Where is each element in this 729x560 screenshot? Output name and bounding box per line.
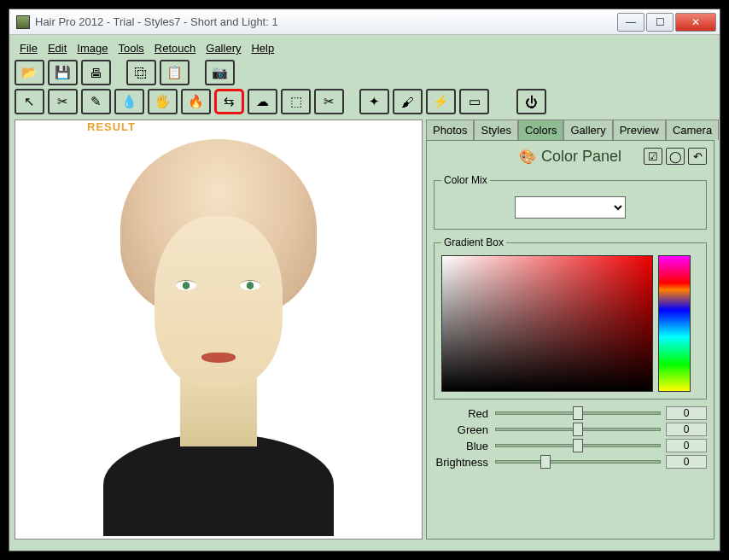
side-panel: Photos Styles Colors Gallery Preview Cam…	[426, 120, 714, 540]
red-value: 0	[666, 406, 707, 420]
menubar: File Edit Image Tools Retouch Gallery He…	[15, 38, 714, 58]
blue-value: 0	[666, 439, 707, 452]
smudge-tool[interactable]: 🖐	[148, 89, 178, 114]
power-icon: ⏻	[525, 95, 538, 109]
smudge-icon: 🖐	[155, 94, 171, 109]
blue-label: Blue	[434, 440, 495, 452]
menu-file[interactable]: File	[20, 42, 38, 55]
scissors-tool[interactable]: ✂	[48, 89, 78, 114]
wand-tool[interactable]: ✦	[359, 89, 389, 114]
undo-color-button[interactable]: ↶	[688, 148, 707, 165]
color-panel: 🎨 Color Panel ☑ ◯ ↶ Color Mix	[426, 140, 714, 540]
gradient-box-group: Gradient Box	[434, 236, 707, 400]
tab-styles[interactable]: Styles	[474, 120, 517, 140]
paste-icon: 📋	[166, 65, 183, 80]
red-slider[interactable]	[495, 411, 661, 415]
sliders-icon: ⇆	[224, 94, 235, 109]
eyedropper-tool[interactable]: ✎	[81, 89, 111, 114]
brush-icon: 🖌	[401, 95, 414, 109]
lasso-tool[interactable]: ☁	[248, 89, 277, 114]
close-button[interactable]: ✕	[675, 13, 716, 32]
camera-icon: 📷	[212, 65, 228, 80]
toolbar-tools: ↖ ✂ ✎ 💧 🖐 🔥 ⇆ ☁ ⬚ ✂ ✦ 🖌 ⚡ ▭ ⏻	[15, 87, 714, 116]
camera-button[interactable]: 📷	[205, 60, 235, 85]
cursor-icon: ↖	[24, 94, 35, 109]
menu-retouch[interactable]: Retouch	[155, 42, 195, 55]
blue-slider[interactable]	[495, 444, 661, 447]
marquee-tool[interactable]: ⬚	[281, 89, 311, 114]
brightness-label: Brightness	[434, 456, 495, 469]
tab-gallery[interactable]: Gallery	[563, 120, 612, 140]
brush-tool[interactable]: 🖌	[393, 89, 423, 114]
menu-gallery[interactable]: Gallery	[206, 42, 241, 55]
palette-icon: 🎨	[519, 149, 536, 165]
window-title: Hair Pro 2012 - Trial - Styles7 - Short …	[35, 15, 617, 28]
wand-icon: ✦	[369, 94, 380, 109]
minimize-button[interactable]: —	[617, 13, 644, 32]
red-label: Red	[434, 407, 495, 420]
flame-icon: 🔥	[188, 94, 204, 109]
pointer-tool[interactable]: ↖	[15, 89, 44, 114]
color-mix-label: Color Mix	[441, 174, 490, 186]
tab-colors[interactable]: Colors	[518, 120, 564, 140]
maximize-button[interactable]: ☐	[646, 13, 674, 32]
save-icon: 💾	[55, 65, 71, 80]
hue-slider[interactable]	[658, 255, 691, 392]
folder-open-icon: 📂	[21, 65, 38, 80]
app-window: Hair Pro 2012 - Trial - Styles7 - Short …	[9, 9, 720, 551]
paste-button[interactable]: 📋	[160, 60, 190, 85]
gradient-box-label: Gradient Box	[441, 236, 506, 248]
menu-image[interactable]: Image	[77, 42, 108, 55]
tab-photos[interactable]: Photos	[426, 120, 474, 140]
color-sliders: Red 0 Green 0 Blue 0	[434, 406, 707, 469]
menu-tools[interactable]: Tools	[119, 42, 144, 55]
crop-tool[interactable]: ✂	[314, 89, 344, 114]
flash-tool[interactable]: ⚡	[426, 89, 456, 114]
power-tool[interactable]: ⏻	[516, 89, 546, 114]
green-value: 0	[666, 423, 707, 436]
green-slider[interactable]	[495, 428, 661, 431]
canvas[interactable]: RESULT	[15, 120, 423, 540]
blur-tool[interactable]: 💧	[114, 89, 144, 114]
adjust-tool[interactable]: ⇆	[214, 89, 244, 114]
toolbar-file: 📂 💾 🖶 ⿻ 📋 📷	[15, 58, 714, 87]
droplet-icon: 💧	[121, 94, 137, 109]
panel-title: Color Panel	[541, 148, 621, 166]
menu-help[interactable]: Help	[251, 42, 274, 55]
lasso-icon: ◯	[669, 150, 682, 163]
brightness-slider[interactable]	[495, 460, 661, 464]
panel-tabs: Photos Styles Colors Gallery Preview Cam…	[426, 120, 714, 140]
app-icon	[16, 15, 30, 29]
color-mix-select[interactable]	[515, 196, 626, 219]
tab-camera[interactable]: Camera	[666, 120, 719, 140]
cloud-icon: ☁	[256, 94, 269, 109]
copy-button[interactable]: ⿻	[126, 60, 156, 85]
apply-color-button[interactable]: ☑	[644, 148, 662, 165]
green-label: Green	[434, 423, 495, 436]
bolt-icon: ⚡	[433, 94, 449, 109]
marquee-icon: ⬚	[290, 94, 302, 109]
eyedropper-icon: ✎	[90, 94, 102, 109]
burn-tool[interactable]: 🔥	[181, 89, 211, 114]
print-button[interactable]: 🖶	[81, 60, 111, 85]
tab-preview[interactable]: Preview	[613, 120, 666, 140]
undo-icon: ↶	[693, 150, 703, 163]
scissors-icon: ✂	[57, 94, 68, 109]
tape-icon: ▭	[469, 94, 481, 109]
model-image	[69, 131, 368, 523]
color-mix-group: Color Mix	[434, 174, 707, 230]
brightness-value: 0	[666, 455, 707, 469]
gradient-picker[interactable]	[441, 255, 653, 392]
tape-tool[interactable]: ▭	[459, 89, 489, 114]
open-button[interactable]: 📂	[15, 60, 44, 85]
check-icon: ☑	[648, 150, 658, 163]
menu-edit[interactable]: Edit	[48, 42, 67, 55]
lasso-color-button[interactable]: ◯	[666, 148, 685, 165]
crop-icon: ✂	[324, 94, 335, 109]
save-button[interactable]: 💾	[48, 60, 78, 85]
print-icon: 🖶	[90, 66, 102, 80]
copy-icon: ⿻	[135, 66, 148, 80]
titlebar[interactable]: Hair Pro 2012 - Trial - Styles7 - Short …	[9, 9, 720, 35]
